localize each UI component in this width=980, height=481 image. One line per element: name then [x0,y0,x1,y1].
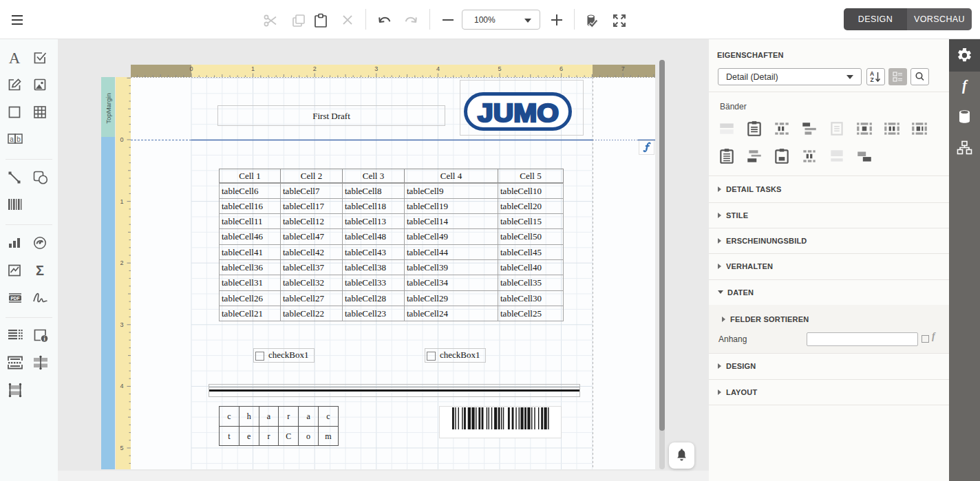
svg-text:JUMO: JUMO [478,99,559,127]
svg-text:0: 0 [120,136,123,143]
svg-text:1: 1 [251,65,255,72]
svg-text:b: b [17,136,21,143]
svg-text:1: 1 [120,198,123,205]
svg-text:A: A [9,50,21,66]
svg-text:5: 5 [120,445,123,451]
svg-text:4: 4 [436,65,440,72]
svg-text:0: 0 [189,65,193,72]
svg-text:3: 3 [120,321,123,328]
svg-text:2: 2 [313,65,317,72]
svg-text:Z: Z [870,76,873,83]
svg-text:PDF: PDF [11,296,20,301]
svg-text:6: 6 [560,65,563,72]
svg-text:2: 2 [120,259,123,266]
svg-text:7: 7 [621,65,625,72]
svg-text:4: 4 [120,383,123,389]
svg-text:Σ: Σ [36,263,44,278]
svg-text:3: 3 [374,65,378,72]
svg-text:a: a [10,136,14,143]
svg-text:5: 5 [498,65,501,72]
